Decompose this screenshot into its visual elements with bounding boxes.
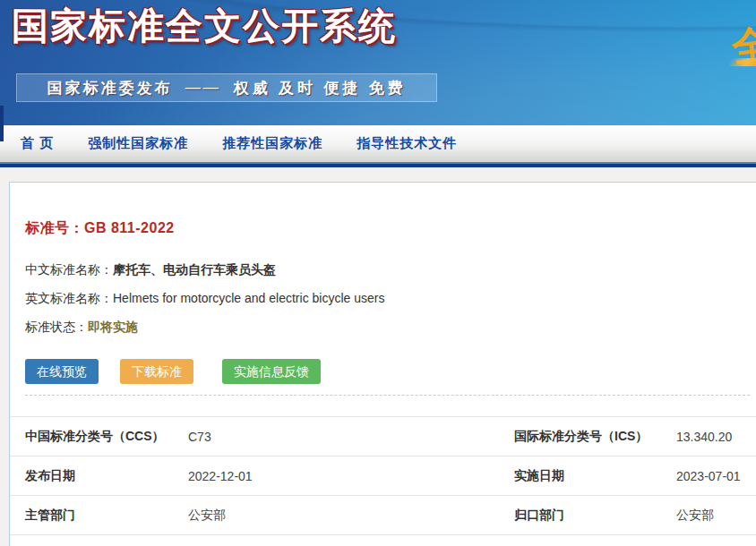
nav-item-guiding-documents[interactable]: 指导性技术文件 [357,135,457,152]
centralized-dept-value: 公安部 [676,508,756,524]
table-row-departments: 主管部门 公安部 归口部门 公安部 [10,495,756,534]
nav-item-home[interactable]: 首 页 [21,135,54,152]
page: 国家标准全文公开系统 国家标准委发布 —— 权威 及时 便捷 免费 全 首 页 … [0,0,756,546]
table-row-classification: 中国标准分类号（CCS） C73 国际标准分类号（ICS） 13.340.20 [10,416,756,456]
status-line: 标准状态：即将实施 [25,318,756,336]
table-row-dates: 发布日期 2022-12-01 实施日期 2023-07-01 [10,456,756,495]
standard-meta: 中文标准名称：摩托车、电动自行车乘员头盔 英文标准名称：Helmets for … [25,260,756,336]
site-header: 国家标准全文公开系统 国家标准委发布 —— 权威 及时 便捷 免费 全 [0,0,756,125]
en-name-label: 英文标准名称： [25,291,113,305]
nav-underline-bar [0,162,756,167]
ccs-value: C73 [188,430,514,444]
standard-number-value: GB 811-2022 [84,220,175,235]
subtitle-dash: —— [185,79,221,97]
subtitle-publisher: 国家标准委发布 [47,78,173,98]
status-label: 标准状态： [25,320,88,334]
cn-name-line: 中文标准名称：摩托车、电动自行车乘员头盔 [25,260,756,278]
en-name-line: 英文标准名称：Helmets for motorcycle and electr… [25,289,756,307]
online-preview-button[interactable]: 在线预览 [25,359,99,384]
ics-label: 国际标准分类号（ICS） [514,429,676,445]
ccs-label: 中国标准分类号（CCS） [25,429,188,445]
standard-detail-panel: 标准号：GB 811-2022 中文标准名称：摩托车、电动自行车乘员头盔 英文标… [9,182,756,546]
cn-name-value: 摩托车、电动自行车乘员头盔 [113,262,276,277]
gold-swoosh-icon [726,58,756,66]
download-standard-button[interactable]: 下载标准 [120,359,193,384]
table-row-publisher: 发布单位 国家市场监督管理总局、国家标准化管理委员会 [10,534,756,546]
competent-dept-value: 公安部 [188,508,514,524]
publish-date-value: 2022-12-01 [188,469,514,483]
cn-name-label: 中文标准名称： [25,262,113,277]
en-name-value: Helmets for motorcycle and electric bicy… [113,291,384,305]
publish-date-label: 发布日期 [25,468,188,484]
status-badge: 即将实施 [88,320,138,334]
implementation-feedback-button[interactable]: 实施信息反馈 [222,359,321,384]
centralized-dept-label: 归口部门 [514,508,676,524]
competent-dept-label: 主管部门 [25,508,188,524]
nav-item-recommended-standards[interactable]: 推荐性国家标准 [222,135,322,152]
implement-date-label: 实施日期 [514,468,676,484]
nav-item-mandatory-standards[interactable]: 强制性国家标准 [88,135,188,152]
standard-detail-table: 中国标准分类号（CCS） C73 国际标准分类号（ICS） 13.340.20 … [10,416,756,546]
ics-value: 13.340.20 [676,430,756,444]
standard-number-line: 标准号：GB 811-2022 [25,219,756,238]
site-title: 国家标准全文公开系统 [12,2,397,51]
dashed-divider [25,395,750,396]
action-buttons: 在线预览 下载标准 实施信息反馈 [25,359,756,384]
subtitle-slogan: 权威 及时 便捷 免费 [234,78,407,98]
implement-date-value: 2023-07-01 [676,469,756,483]
left-edge-accent [0,106,4,141]
main-nav: 首 页 强制性国家标准 推荐性国家标准 指导性技术文件 [0,125,756,162]
standard-number-label: 标准号： [25,220,84,235]
site-subtitle-banner: 国家标准委发布 —— 权威 及时 便捷 免费 [16,73,437,102]
